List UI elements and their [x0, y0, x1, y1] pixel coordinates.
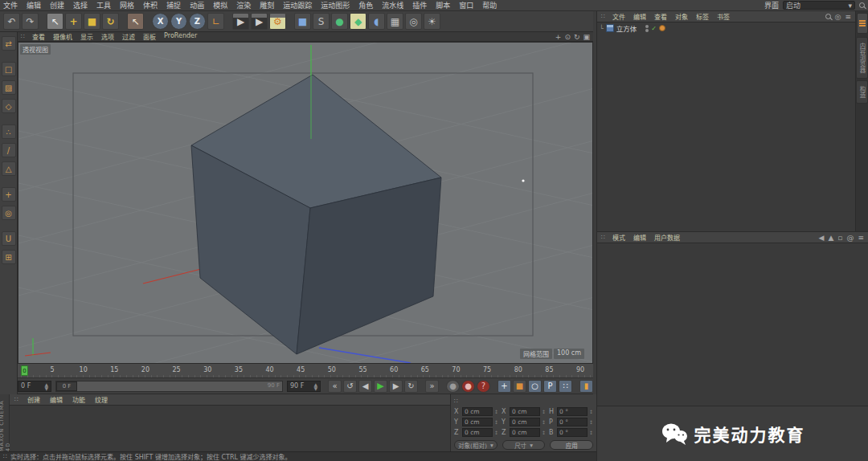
vertical-tab[interactable]: 内容浏览器 [856, 37, 868, 79]
generator-icon[interactable]: ◆ [350, 13, 366, 30]
viewport-menu-item[interactable]: ProRender [164, 32, 197, 41]
rotate-icon[interactable]: ↻ [102, 13, 119, 30]
coordinate-input[interactable]: 0 cm [462, 428, 493, 437]
enable-axis-icon[interactable]: + [2, 187, 16, 202]
stepper-icon[interactable]: ↕ [542, 430, 546, 435]
deformer-icon[interactable]: ◖ [368, 13, 385, 30]
material-menu-item[interactable]: 编辑 [50, 395, 63, 404]
menubar-item[interactable]: 帮助 [482, 0, 497, 10]
frame-range-slider[interactable]: 0 F 90 F [55, 381, 283, 392]
stepper-icon[interactable]: ↕ [494, 430, 498, 435]
search-icon[interactable] [859, 2, 865, 8]
viewport-canvas[interactable]: 透视视图 网格范围 100 cm [18, 42, 593, 364]
stepper-icon[interactable]: ↕ [494, 409, 498, 414]
loop-button[interactable]: ↻ [404, 380, 418, 393]
edges-mode-icon[interactable]: / [2, 143, 16, 157]
coordinate-input[interactable]: 0 ° [557, 428, 588, 437]
viewport-menu-item[interactable]: 选项 [101, 32, 114, 41]
attribute-menu-item[interactable]: 编辑 [633, 233, 646, 242]
move-icon[interactable]: + [65, 13, 82, 30]
object-manager-menu-item[interactable]: 编辑 [633, 12, 646, 21]
menubar-item[interactable]: 工具 [96, 0, 111, 10]
render-settings-icon[interactable]: ⚙ [269, 13, 286, 30]
stepper-icon[interactable]: ↕ [494, 419, 498, 425]
panel-grip-icon[interactable]: ∷ [601, 13, 604, 20]
object-manager-menu-item[interactable]: 标签 [696, 12, 709, 21]
coordinate-input[interactable]: 0 cm [510, 418, 540, 426]
rotate-view-icon[interactable]: ↻ [574, 33, 580, 41]
menubar-item[interactable]: 模拟 [213, 0, 227, 10]
stepper-icon[interactable]: ▲▼ [44, 382, 48, 390]
size-mode-select[interactable]: 尺寸▾ [502, 440, 546, 450]
material-menu-item[interactable]: 功能 [72, 395, 85, 404]
enable-snap-icon[interactable]: U [2, 231, 16, 246]
next-frame-button[interactable]: ▶ [389, 380, 403, 393]
menubar-item[interactable]: 体积 [143, 0, 158, 10]
menubar-item[interactable]: 捕捉 [166, 0, 181, 10]
coordinate-input[interactable]: 0 cm [510, 428, 540, 437]
menubar-item[interactable]: 运动图形 [321, 0, 350, 10]
material-menu-item[interactable]: 纹理 [95, 395, 108, 404]
attribute-menu-item[interactable]: 用户数据 [654, 233, 680, 242]
menu-icon[interactable]: ≡ [858, 234, 864, 242]
menu-icon[interactable]: ≡ [845, 13, 851, 21]
add-cube-icon[interactable]: ■ [294, 13, 311, 30]
rotation-key-toggle[interactable]: ○ [528, 380, 542, 393]
pan-view-icon[interactable]: + [555, 33, 562, 41]
menubar-item[interactable]: 流水线 [382, 0, 403, 10]
goto-end-button[interactable]: » [425, 380, 439, 393]
menubar-item[interactable]: 窗口 [459, 0, 473, 10]
points-mode-icon[interactable]: ∴ [2, 124, 16, 139]
cube-object[interactable] [191, 75, 441, 354]
panel-grip-icon[interactable]: ∷ [601, 234, 604, 241]
model-mode-icon[interactable]: □ [2, 62, 16, 76]
menubar-item[interactable]: 创建 [50, 0, 64, 10]
light-icon[interactable]: ☀ [424, 13, 440, 30]
menubar-item[interactable]: 网格 [120, 0, 134, 10]
back-icon[interactable]: ◀ [819, 234, 825, 242]
coordinate-input[interactable]: 0 cm [462, 407, 493, 416]
viewport-solo-icon[interactable]: ◎ [2, 206, 16, 220]
menubar-item[interactable]: 编辑 [27, 0, 41, 10]
object-manager-menu-item[interactable]: 文件 [612, 12, 625, 21]
prev-frame-button[interactable]: ◀ [358, 380, 372, 393]
toggle-view-icon[interactable]: ▣ [583, 33, 590, 41]
stepper-icon[interactable]: ↕ [589, 419, 593, 425]
stepper-icon[interactable]: ▲▼ [313, 382, 317, 390]
view-label[interactable]: 透视视图 [20, 44, 51, 55]
polygons-mode-icon[interactable]: △ [2, 161, 16, 176]
object-manager-menu-item[interactable]: 书签 [717, 12, 730, 21]
coordinate-input[interactable]: 0 cm [462, 418, 493, 426]
parameter-key-toggle[interactable]: P [543, 380, 557, 393]
phong-tag-icon[interactable] [659, 25, 665, 31]
panel-grip-icon[interactable]: ∷ [14, 396, 18, 403]
texture-mode-icon[interactable]: ▨ [2, 80, 16, 95]
menubar-item[interactable]: 选择 [73, 0, 88, 10]
convert-editable-icon[interactable]: ⇄ [2, 36, 16, 51]
x-axis-lock-icon[interactable]: X [152, 13, 169, 30]
render-region-icon[interactable]: ▶ [251, 13, 268, 30]
viewport-menu-item[interactable]: 摄像机 [53, 32, 72, 41]
scale-key-toggle[interactable]: ■ [513, 380, 526, 393]
layers-tab-icon[interactable] [857, 13, 868, 34]
apply-button[interactable]: 应用 [550, 440, 593, 450]
panel-grip-icon[interactable]: ∷ [454, 398, 457, 405]
scale-icon[interactable]: ■ [84, 13, 100, 30]
pla-key-toggle[interactable]: ∷ [559, 380, 572, 393]
coordinate-input[interactable]: 0 ° [557, 418, 588, 426]
camera-icon[interactable]: ◎ [405, 13, 422, 30]
stepper-icon[interactable]: ↕ [589, 430, 593, 435]
play-backward-button[interactable]: ↺ [343, 380, 357, 393]
enabled-check-icon[interactable]: ✓ [651, 25, 657, 32]
environment-icon[interactable]: ▦ [387, 13, 403, 30]
keyframe-presets-button[interactable]: ▮ [579, 380, 593, 393]
slider-handle[interactable]: 0 F [56, 381, 77, 391]
position-key-toggle[interactable]: + [497, 380, 511, 393]
viewport-menu-item[interactable]: 显示 [80, 32, 93, 41]
menubar-item[interactable]: 插件 [412, 0, 427, 10]
menubar-item[interactable]: 角色 [358, 0, 373, 10]
layout-select[interactable]: 启动 ▾ [783, 1, 855, 10]
undo-icon[interactable]: ↶ [3, 13, 20, 30]
panel-grip-icon[interactable]: ∷ [21, 33, 24, 40]
workplane-lock-icon[interactable]: ⊞ [2, 250, 16, 264]
